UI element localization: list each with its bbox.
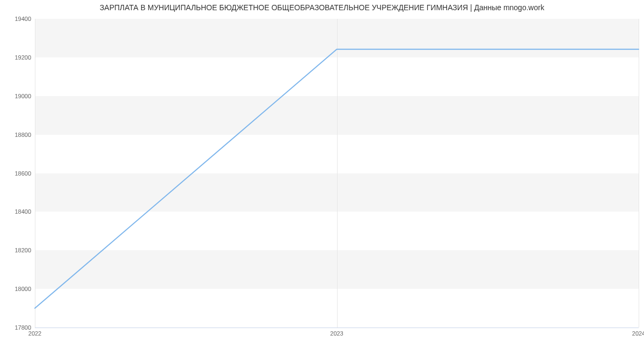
y-tick-label: 18200: [4, 247, 31, 253]
chart-title: ЗАРПЛАТА В МУНИЦИПАЛЬНОЕ БЮДЖЕТНОЕ ОБЩЕО…: [0, 3, 644, 12]
y-tick-label: 19200: [4, 54, 31, 61]
x-tick-label: 2023: [330, 330, 343, 337]
series-line: [35, 49, 639, 308]
y-tick-label: 19400: [4, 16, 31, 22]
x-tick-label: 2022: [28, 330, 41, 337]
plot-area: [35, 19, 639, 328]
y-tick-label: 18400: [4, 208, 31, 215]
y-tick-label: 17800: [4, 324, 31, 331]
y-tick-label: 18000: [4, 286, 31, 292]
line-series-layer: [35, 19, 639, 328]
chart-container: ЗАРПЛАТА В МУНИЦИПАЛЬНОЕ БЮДЖЕТНОЕ ОБЩЕО…: [0, 0, 644, 349]
x-axis-line: [35, 328, 639, 328]
x-tick-label: 2024: [632, 330, 644, 337]
y-tick-label: 18800: [4, 132, 31, 138]
y-tick-label: 19000: [4, 93, 31, 99]
x-gridline: [639, 19, 639, 328]
y-tick-label: 18600: [4, 170, 31, 177]
